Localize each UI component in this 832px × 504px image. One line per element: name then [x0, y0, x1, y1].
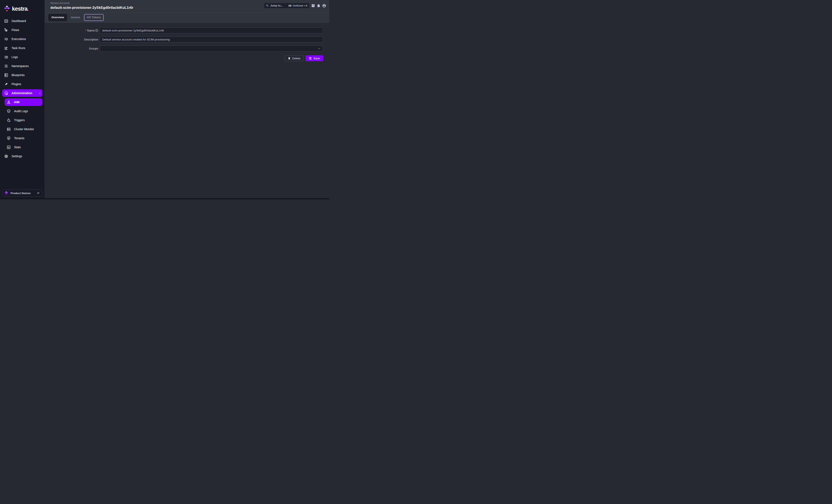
audit-logs-icon [6, 109, 11, 113]
chevron-down-icon [38, 92, 41, 94]
groups-label: Groups [45, 47, 100, 50]
cluster-monitor-icon [6, 127, 11, 132]
search-input[interactable] [270, 4, 288, 7]
workspace-logo-icon [4, 191, 8, 195]
triggers-icon [6, 118, 11, 122]
help-circle-icon[interactable]: ? [95, 29, 98, 32]
namespaces-icon [4, 64, 8, 68]
plugins-icon [4, 82, 8, 86]
flows-icon [4, 28, 8, 32]
groups-select[interactable] [100, 46, 323, 52]
kestra-mark-icon [4, 5, 10, 12]
swap-horizontal-icon [36, 191, 40, 195]
sidebar-item-iam[interactable]: IAM [5, 98, 43, 106]
name-input[interactable] [100, 27, 323, 33]
window-bottom-edge [0, 198, 329, 199]
stats-icon [6, 145, 11, 149]
account-button[interactable] [322, 4, 326, 8]
sidebar-item-administration[interactable]: Administration [2, 89, 43, 97]
kestra-logo[interactable]: kestra. [0, 0, 45, 17]
executions-icon [4, 37, 8, 41]
sidebar-item-logs[interactable]: Logs [2, 53, 43, 61]
task-runs-icon [4, 46, 8, 50]
administration-icon [4, 91, 8, 95]
tab-access[interactable]: Access [68, 14, 83, 21]
svg-text:?: ? [96, 30, 97, 31]
description-input[interactable] [100, 36, 323, 43]
sidebar-nav: Dashboard Flows Executions [0, 17, 45, 190]
groups-row: Groups [45, 46, 323, 52]
save-icon [309, 57, 312, 60]
settings-icon [4, 154, 8, 159]
dashboard-icon [4, 19, 8, 23]
global-search[interactable]: Ctrl/Cmd + K [264, 3, 310, 8]
keyboard-icon [288, 4, 291, 7]
sidebar-item-settings[interactable]: Settings [2, 152, 43, 160]
sidebar-item-stats[interactable]: Stats [5, 143, 43, 151]
sidebar-item-plugins[interactable]: Plugins [2, 80, 43, 88]
page-header: Service Accounts default-scim-provisione… [45, 0, 329, 12]
sidebar-item-triggers[interactable]: Triggers [5, 116, 43, 124]
sidebar-item-tenants[interactable]: Tenants [5, 134, 43, 142]
name-label: * Name ? [45, 29, 100, 32]
tab-bar: Overview Access API Tokens [45, 12, 329, 23]
workspace-switcher[interactable]: Product Demos [2, 190, 43, 197]
notifications-button[interactable] [317, 4, 320, 7]
tab-api-tokens[interactable]: API Tokens [84, 14, 104, 21]
sidebar-item-namespaces[interactable]: Namespaces [2, 62, 43, 70]
chevron-down-icon [317, 47, 321, 50]
description-label: Description [45, 38, 100, 41]
breadcrumb[interactable]: Service Accounts [50, 2, 264, 5]
name-row: * Name ? [45, 27, 323, 33]
required-marker: * [85, 29, 86, 32]
search-shortcut: Ctrl/Cmd + K [288, 4, 308, 7]
tab-overview[interactable]: Overview [48, 14, 67, 21]
svg-text:?: ? [313, 4, 314, 7]
save-button[interactable]: Save [306, 55, 323, 61]
sidebar: kestra. Dashboard Flows [0, 0, 45, 199]
sidebar-item-flows[interactable]: Flows [2, 26, 43, 34]
help-button[interactable]: ? [311, 4, 315, 7]
logs-icon [4, 55, 8, 59]
blueprints-icon [4, 73, 8, 77]
sidebar-item-blueprints[interactable]: Blueprints [2, 71, 43, 79]
main-area: Service Accounts default-scim-provisione… [45, 0, 329, 199]
description-row: Description [45, 36, 323, 43]
form-actions: Delete Save [45, 55, 323, 61]
kestra-logo-text: kestra. [12, 6, 29, 12]
trash-icon [288, 57, 291, 60]
search-icon [266, 4, 269, 7]
sidebar-item-task-runs[interactable]: Task Runs [2, 44, 43, 52]
sidebar-item-dashboard[interactable]: Dashboard [2, 17, 43, 25]
sidebar-item-cluster-monitor[interactable]: Cluster Monitor [5, 125, 43, 133]
page-title: default-scim-provisioner-2ySkEgd0rtIacbt… [50, 6, 264, 10]
delete-button[interactable]: Delete [285, 55, 304, 61]
tenants-icon [6, 136, 11, 140]
sidebar-item-executions[interactable]: Executions [2, 35, 43, 43]
overview-panel: * Name ? Description Groups [45, 23, 329, 199]
iam-icon [6, 100, 11, 104]
sidebar-item-audit-logs[interactable]: Audit Logs [5, 107, 43, 115]
